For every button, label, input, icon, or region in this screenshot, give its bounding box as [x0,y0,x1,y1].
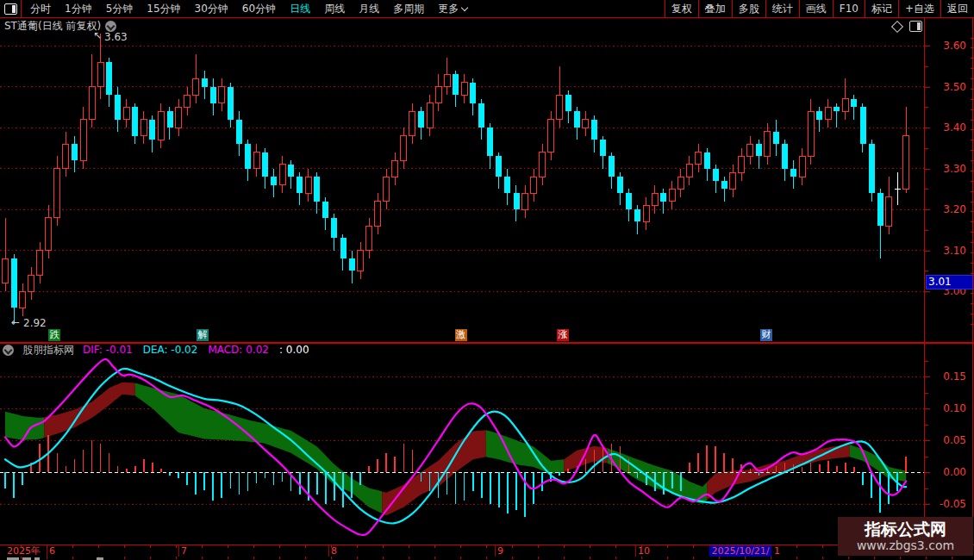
panel-toggle-icon[interactable] [909,21,922,32]
bottom-strip-tick [900,557,901,559]
date-axis-year: 2025年 [7,545,41,557]
price-axis-minor-tick [925,66,928,67]
date-axis-tick [434,545,435,548]
toolbar-action-F10[interactable]: F10 [833,0,865,17]
bottom-strip-tick [486,557,487,559]
macd-panel[interactable] [0,357,924,544]
watermark-char-财: 财 [760,329,772,341]
macd-axis-minor-tick [925,425,928,426]
date-axis-tick [21,545,22,548]
candlestick-chart[interactable] [0,17,924,342]
date-axis[interactable]: 2025年6789102025/10/21/二1 [0,544,974,557]
toolbar-period-60分钟[interactable]: 60分钟 [235,2,283,16]
macd-axis-minor-tick [925,440,928,441]
macd-axis-minor-tick [925,361,928,362]
bottom-strip-tick [590,557,590,559]
toolbar-period-1分钟[interactable]: 1分钟 [58,2,99,16]
date-axis-tick [98,545,99,548]
toolbar-period-月线[interactable]: 月线 [352,2,386,16]
price-axis-label-3.20: 3.20 [943,204,966,215]
date-axis-tick [486,545,487,548]
price-axis-minor-tick [925,251,928,252]
price-axis-minor-tick [925,107,928,108]
price-axis-minor-tick [925,271,928,271]
macd-axis-label-0.05: 0.05 [943,435,966,445]
candlestick-svg [0,17,924,342]
month-divider [495,545,496,557]
indicator-dropdown-icon[interactable] [3,345,14,356]
toolbar-period-多周期[interactable]: 多周期 [386,2,431,16]
macd-svg [0,357,924,544]
indicator-header: 股朋指标网 DIF: -0.01DEA: -0.02MACD: 0.02: 0.… [3,344,309,356]
price-axis-label-3.40: 3.40 [943,122,966,133]
bottom-strip-tick [176,557,177,559]
indicator-source-label: 股朋指标网 [22,343,74,358]
bottom-strip-tick [641,557,642,559]
date-axis-tick [176,545,177,548]
bottom-strip-tick [512,557,513,559]
toolbar-period-15分钟[interactable]: 15分钟 [140,2,187,16]
toolbar-period-30分钟[interactable]: 30分钟 [188,2,235,16]
chart-corner-icons [893,21,922,32]
price-axis-label-3.10: 3.10 [943,246,966,256]
toolbar-action-画线[interactable]: 画线 [799,0,833,17]
toolbar-period-日线[interactable]: 日线 [283,2,317,16]
bottom-strip-tick [21,557,22,559]
title-dropdown-icon[interactable] [105,21,116,32]
date-axis-tick [409,545,409,548]
watermark-char-涨: 涨 [557,329,569,341]
price-axis-label-3.60: 3.60 [943,40,966,51]
price-axis-minor-tick [925,46,928,47]
layout-toggle-button[interactable] [0,0,22,17]
bottom-strip-tick [615,557,616,559]
toolbar-action-+自选[interactable]: +自选 [898,0,940,17]
clipped-toolbar-strip [0,557,974,560]
toolbar-action-多股[interactable]: 多股 [732,0,765,17]
toolbar-action-标记[interactable]: 标记 [865,0,898,17]
bottom-strip-tick [538,557,539,559]
date-axis-tick [253,545,254,548]
toolbar-period-更多[interactable]: 更多 [431,2,474,16]
date-axis-tick [667,545,668,548]
month-divider [178,545,179,557]
price-axis-minor-tick [925,189,928,190]
diamond-icon[interactable] [891,20,903,32]
watermark-url: www.zbgs3.com [857,538,954,552]
indicator-value-macd: MACD: 0.02 [208,344,269,356]
macd-axis-minor-tick [925,472,928,473]
date-axis-tick [383,545,384,548]
date-axis-tick [615,545,616,548]
date-axis-tick [822,545,823,548]
bottom-strip-tick [745,557,746,559]
date-axis-tick [796,545,797,548]
bottom-strip-tick [667,557,668,559]
toolbar-action-返回[interactable]: 返回 [940,0,974,17]
bottom-strip-tick [279,557,280,559]
bottom-strip-tick [874,557,875,559]
price-axis[interactable]: 3.01 3.603.503.403.303.203.103.000.150.1… [924,17,974,544]
toolbar-action-叠加[interactable]: 叠加 [698,0,732,17]
macd-axis-minor-tick [925,376,928,377]
toolbar-right-items: 复权叠加多股统计画线F10标记+自选返回 [665,0,974,17]
price-axis-minor-tick [925,209,928,210]
date-axis-tick [590,545,590,548]
month-label-6: 6 [49,545,55,557]
period-toolbar: 分时1分钟5分钟15分钟30分钟60分钟日线周线月线多周期更多 复权叠加多股统计… [0,0,974,18]
price-axis-label-3.50: 3.50 [943,82,966,92]
low-annotation: 2.92 [23,317,47,329]
last-price-tag: 3.01 [926,275,974,289]
macd-axis-minor-tick [925,457,928,457]
date-axis-tick [202,545,203,548]
month-label-9: 9 [497,545,503,557]
watermark-title: 指标公式网 [865,520,946,538]
toolbar-period-5分钟[interactable]: 5分钟 [99,2,140,16]
date-axis-tick [460,545,461,548]
toolbar-period-周线[interactable]: 周线 [317,2,352,16]
price-axis-label-3.30: 3.30 [943,164,966,174]
toolbar-period-分时[interactable]: 分时 [23,2,58,16]
price-axis-minor-tick [925,230,928,231]
toolbar-action-统计[interactable]: 统计 [765,0,799,17]
price-axis-minor-tick [925,128,928,128]
toolbar-action-复权[interactable]: 复权 [665,0,698,17]
date-axis-tick [564,545,565,548]
